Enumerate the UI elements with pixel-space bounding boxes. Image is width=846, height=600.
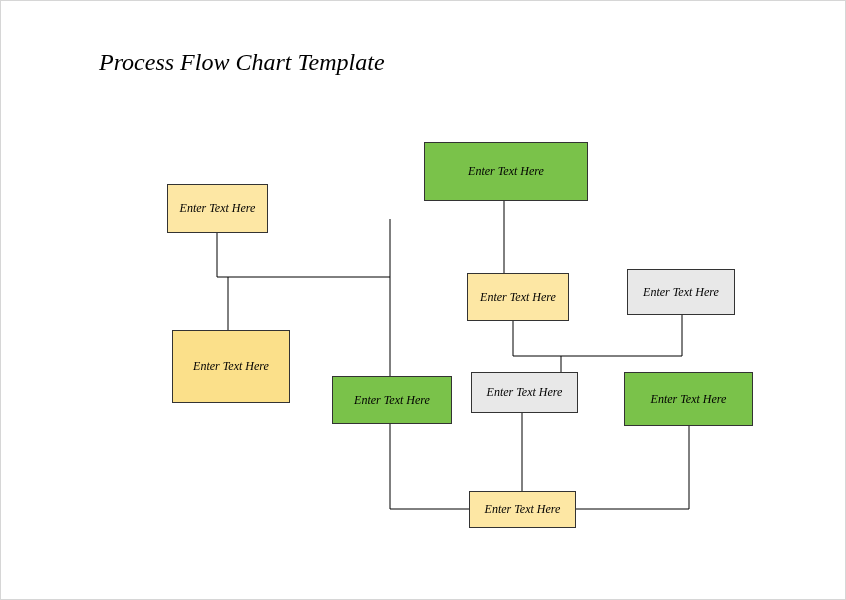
- flow-box-label: Enter Text Here: [468, 164, 544, 179]
- flow-box-label: Enter Text Here: [354, 393, 430, 408]
- flow-box-b7[interactable]: Enter Text Here: [471, 372, 578, 413]
- flow-box-b4[interactable]: Enter Text Here: [467, 273, 569, 321]
- flow-box-b8[interactable]: Enter Text Here: [624, 372, 753, 426]
- flow-box-label: Enter Text Here: [485, 502, 561, 517]
- flow-box-b2[interactable]: Enter Text Here: [424, 142, 588, 201]
- diagram-canvas: Process Flow Chart Template Enter Text H…: [0, 0, 846, 600]
- flow-box-label: Enter Text Here: [651, 392, 727, 407]
- flow-box-label: Enter Text Here: [487, 385, 563, 400]
- flow-box-b3[interactable]: Enter Text Here: [172, 330, 290, 403]
- flow-box-label: Enter Text Here: [643, 285, 719, 300]
- flow-box-b5[interactable]: Enter Text Here: [627, 269, 735, 315]
- flow-box-label: Enter Text Here: [480, 290, 556, 305]
- flow-box-b9[interactable]: Enter Text Here: [469, 491, 576, 528]
- page-title: Process Flow Chart Template: [99, 49, 385, 76]
- flow-box-label: Enter Text Here: [193, 359, 269, 374]
- flow-box-b6[interactable]: Enter Text Here: [332, 376, 452, 424]
- flow-box-label: Enter Text Here: [180, 201, 256, 216]
- flow-box-b1[interactable]: Enter Text Here: [167, 184, 268, 233]
